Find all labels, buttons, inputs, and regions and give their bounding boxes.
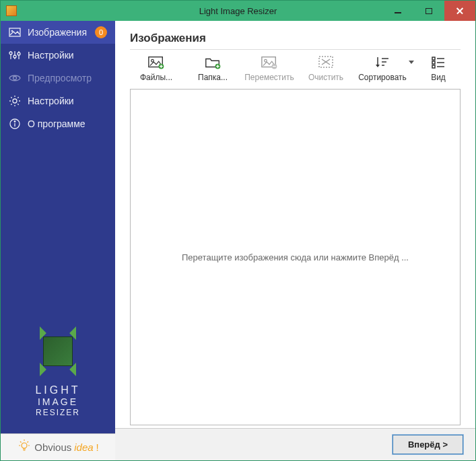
brand-text-3: ! bbox=[96, 441, 99, 453]
svg-point-9 bbox=[13, 99, 17, 103]
bulb-icon bbox=[17, 439, 32, 456]
clear-button[interactable]: Очистить bbox=[300, 55, 352, 82]
info-icon bbox=[9, 118, 21, 130]
app-icon bbox=[6, 5, 17, 16]
logo-text: LIGHT IMAGE RESIZER bbox=[35, 384, 80, 417]
svg-rect-41 bbox=[432, 61, 435, 64]
page-title: Изображения bbox=[130, 32, 461, 50]
svg-point-13 bbox=[22, 443, 27, 448]
image-dropzone[interactable]: Перетащите изображения сюда или нажмите … bbox=[130, 89, 461, 425]
image-add-icon bbox=[147, 55, 165, 70]
sidebar-item-about[interactable]: О программе bbox=[1, 112, 115, 135]
svg-rect-0 bbox=[9, 28, 20, 36]
brand-text-1: Obvious bbox=[34, 441, 71, 453]
logo-line2: IMAGE bbox=[35, 396, 80, 408]
brand-footer[interactable]: Obviousidea! bbox=[1, 433, 115, 460]
svg-point-1 bbox=[11, 30, 13, 32]
sidebar-item-images[interactable]: Изображения 0 bbox=[1, 21, 115, 44]
add-folder-button[interactable]: Папка... bbox=[186, 55, 239, 82]
add-files-button[interactable]: Файлы... bbox=[130, 55, 182, 82]
gear-icon bbox=[9, 95, 21, 107]
maximize-button[interactable] bbox=[413, 1, 444, 21]
sidebar-item-label: Изображения bbox=[28, 27, 87, 38]
brand-text-2: idea bbox=[74, 441, 93, 453]
sidebar-item-label: Предпросмотр bbox=[28, 73, 92, 83]
tool-label: Очистить bbox=[308, 73, 343, 82]
main-content: Изображения Файлы... Папка... bbox=[115, 21, 475, 428]
sidebar-item-label: О программе bbox=[28, 118, 86, 129]
sidebar-item-preview: Предпросмотр bbox=[1, 67, 115, 90]
sidebar-item-settings[interactable]: Настройки bbox=[1, 90, 115, 112]
tool-label: Переместить bbox=[244, 73, 294, 82]
svg-point-6 bbox=[13, 55, 16, 58]
tool-label: Вид bbox=[431, 73, 446, 82]
logo-line3: RESIZER bbox=[35, 408, 80, 417]
sort-dropdown-caret[interactable] bbox=[409, 61, 414, 64]
next-button[interactable]: Вперёд > bbox=[393, 435, 463, 454]
tool-label: Сортировать bbox=[358, 73, 407, 82]
minimize-button[interactable] bbox=[382, 1, 413, 21]
sort-icon bbox=[374, 55, 391, 70]
move-button[interactable]: Переместить bbox=[243, 55, 296, 82]
sidebar: Изображения 0 Настройки Предпросмотр bbox=[1, 21, 115, 460]
folder-add-icon bbox=[204, 55, 222, 70]
images-icon bbox=[9, 26, 21, 38]
svg-point-7 bbox=[18, 52, 20, 55]
close-button[interactable] bbox=[444, 1, 475, 21]
sidebar-item-options[interactable]: Настройки bbox=[1, 44, 115, 67]
view-button[interactable]: Вид bbox=[422, 55, 454, 82]
tool-label: Файлы... bbox=[140, 73, 172, 82]
svg-point-8 bbox=[13, 77, 17, 80]
sliders-icon bbox=[9, 49, 21, 61]
main-panel: Изображения Файлы... Папка... bbox=[115, 21, 475, 460]
image-remove-icon bbox=[261, 55, 278, 70]
svg-point-5 bbox=[9, 52, 12, 55]
toolbar: Файлы... Папка... Переместить bbox=[130, 50, 461, 89]
window-body: Изображения 0 Настройки Предпросмотр bbox=[1, 21, 475, 460]
svg-rect-42 bbox=[432, 65, 435, 68]
sort-button-group: Сортировать bbox=[356, 55, 418, 82]
tool-label: Папка... bbox=[198, 73, 228, 82]
window-controls bbox=[382, 1, 475, 21]
svg-point-22 bbox=[151, 59, 154, 62]
dropzone-hint: Перетащите изображения сюда или нажмите … bbox=[182, 252, 409, 262]
logo-graphic bbox=[36, 330, 79, 373]
svg-rect-40 bbox=[432, 57, 435, 60]
app-window: Light Image Resizer Изображения 0 Настро… bbox=[0, 0, 476, 461]
svg-point-30 bbox=[265, 59, 267, 62]
svg-line-19 bbox=[20, 441, 22, 443]
view-list-icon bbox=[430, 55, 447, 70]
svg-point-12 bbox=[14, 121, 15, 122]
eye-icon bbox=[9, 72, 21, 84]
images-count-badge: 0 bbox=[95, 26, 107, 38]
svg-line-20 bbox=[28, 441, 29, 443]
sidebar-item-label: Настройки bbox=[28, 50, 74, 61]
footer-bar: Вперёд > bbox=[115, 428, 475, 460]
logo-line1: LIGHT bbox=[35, 384, 80, 396]
clear-icon bbox=[317, 55, 335, 70]
sidebar-logo: LIGHT IMAGE RESIZER bbox=[1, 316, 115, 433]
sort-button[interactable]: Сортировать bbox=[356, 55, 409, 82]
sidebar-item-label: Настройки bbox=[28, 96, 74, 106]
titlebar[interactable]: Light Image Resizer bbox=[1, 1, 475, 21]
